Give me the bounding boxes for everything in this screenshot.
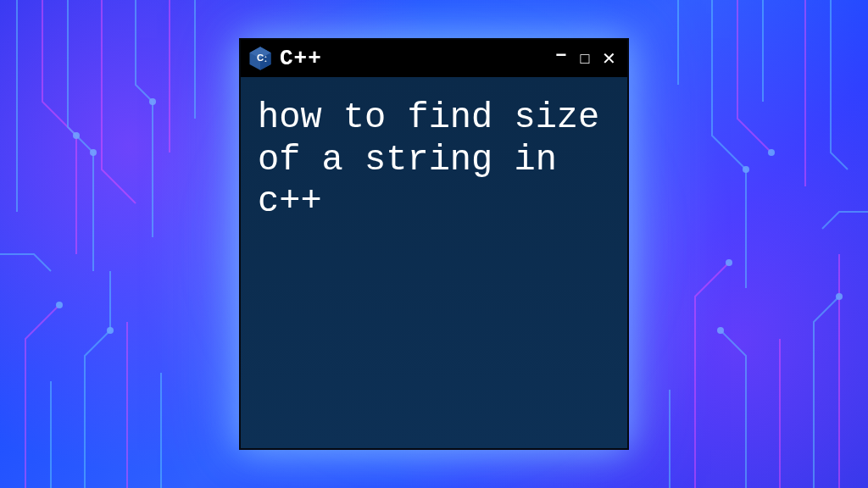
svg-text:+: + bbox=[264, 58, 267, 63]
svg-point-6 bbox=[743, 166, 749, 173]
svg-point-5 bbox=[768, 149, 775, 156]
minimize-button[interactable]: − bbox=[551, 46, 571, 64]
maximize-button[interactable]: □ bbox=[575, 51, 595, 66]
terminal-window: C + + C++ − □ ✕ how to find size of a st… bbox=[239, 38, 629, 450]
terminal-content: how to find size of a string in c++ bbox=[241, 77, 627, 448]
svg-point-4 bbox=[107, 327, 114, 334]
svg-point-1 bbox=[90, 149, 97, 156]
svg-point-8 bbox=[717, 327, 724, 334]
svg-text:+: + bbox=[264, 54, 267, 58]
svg-point-7 bbox=[726, 259, 732, 266]
window-titlebar[interactable]: C + + C++ − □ ✕ bbox=[241, 40, 627, 77]
svg-text:C: C bbox=[257, 53, 264, 63]
svg-point-0 bbox=[73, 132, 80, 139]
svg-point-9 bbox=[836, 293, 843, 300]
svg-point-2 bbox=[149, 98, 156, 105]
svg-point-3 bbox=[56, 302, 63, 308]
cpp-logo-icon: C + + bbox=[248, 46, 273, 71]
window-title: C++ bbox=[280, 46, 544, 71]
close-button[interactable]: ✕ bbox=[598, 50, 619, 67]
window-controls: − □ ✕ bbox=[551, 49, 619, 68]
